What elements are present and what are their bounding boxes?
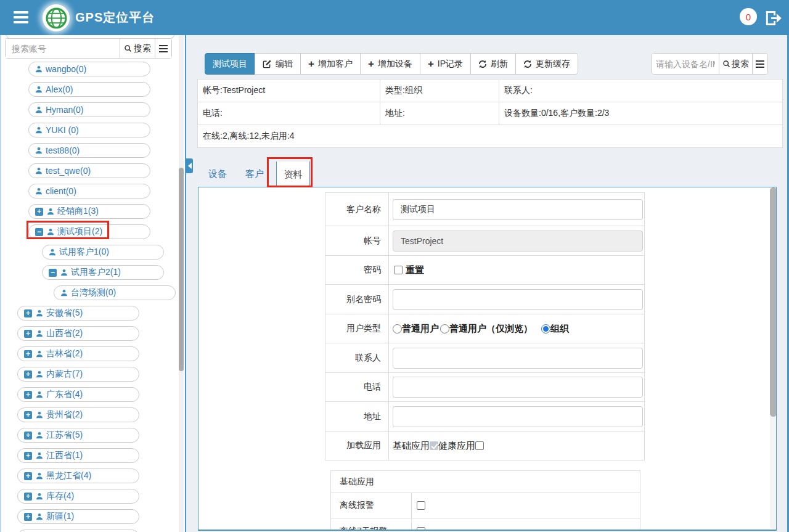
phone-input[interactable]	[393, 377, 643, 398]
panel-scrollbar-thumb[interactable]	[770, 187, 777, 417]
load-apps-checkbox-0[interactable]	[430, 441, 438, 450]
user-icon	[36, 350, 43, 358]
customer-name-input[interactable]	[393, 199, 643, 220]
expand-icon[interactable]: +	[24, 432, 32, 440]
tree-item-hyman[interactable]: Hyman(0)	[28, 102, 150, 117]
user-type-radio-0[interactable]	[393, 324, 402, 334]
collapse-icon[interactable]: −	[49, 269, 57, 277]
account-search-input[interactable]	[6, 39, 120, 58]
tree-item-shanxi[interactable]: +山西省(2)	[17, 326, 139, 341]
tree-item-taiwanchangce[interactable]: 台湾场测(0)	[54, 285, 176, 300]
account-search-menu-button[interactable]	[155, 39, 171, 58]
user-icon	[36, 309, 43, 317]
info-phone: 电话:	[198, 102, 380, 125]
address-input[interactable]	[393, 406, 643, 427]
tree-item-xinjiang[interactable]: +新疆(1)	[17, 509, 139, 524]
device-search-input[interactable]	[652, 54, 719, 74]
refresh-button[interactable]: 刷新	[470, 53, 516, 75]
basic-apps-row-offline-7day-alarm: 离线7天报警	[331, 518, 640, 531]
menu-toggle-icon[interactable]	[14, 11, 28, 23]
tree-item-alex[interactable]: Alex(0)	[28, 82, 150, 97]
tree-item-label: Hyman(0)	[46, 105, 83, 115]
expand-icon[interactable]: +	[24, 350, 32, 358]
expand-icon[interactable]: +	[24, 513, 32, 521]
tree-item-partial-bottom[interactable]	[17, 530, 139, 532]
tree-item-jiangsu[interactable]: +江苏省(5)	[17, 428, 139, 443]
tree-item-wangbo[interactable]: wangbo(0)	[28, 62, 150, 76]
contact-input[interactable]	[393, 348, 643, 369]
tree-item-yuki[interactable]: YUKI (0)	[28, 123, 150, 137]
logout-icon[interactable]	[765, 10, 783, 29]
expand-icon[interactable]: +	[24, 493, 32, 501]
app-label: 基础应用	[393, 440, 430, 452]
header: GPS定位平台 0	[0, 0, 789, 35]
ip-record-button[interactable]: +IP记录	[420, 53, 471, 75]
device-search-menu-button[interactable]	[752, 54, 767, 74]
tree-item-jilin[interactable]: +吉林省(2)	[17, 346, 139, 361]
field-label: 电话	[325, 373, 389, 401]
tree-item-shiyongkehu2[interactable]: −试用客户2(1)	[42, 265, 164, 280]
account-search-button[interactable]: 搜索	[120, 39, 155, 58]
edit-button[interactable]: 编辑	[255, 53, 301, 75]
password-checkbox[interactable]	[394, 266, 403, 274]
user-type-radio-1[interactable]	[440, 324, 449, 334]
field-label: 联系人	[325, 343, 389, 372]
user-icon	[35, 187, 43, 195]
tree-item-guizhou[interactable]: +贵州省(2)	[17, 407, 139, 422]
expand-icon[interactable]: +	[24, 370, 32, 379]
field-label: 用户类型	[325, 314, 389, 343]
tab-device[interactable]: 设备	[208, 168, 227, 180]
expand-icon[interactable]: +	[24, 472, 32, 480]
user-icon	[36, 391, 43, 398]
selected-account-button[interactable]: 测试项目	[205, 53, 255, 75]
tree-item-heilongjiang[interactable]: +黑龙江省(4)	[17, 469, 139, 483]
device-search-group: 搜索	[652, 53, 768, 75]
search-icon	[124, 44, 132, 52]
offline-alarm-checkbox[interactable]	[417, 501, 425, 510]
user-type-radio-2[interactable]	[541, 324, 550, 334]
tree-item-test88[interactable]: test88(0)	[28, 143, 150, 158]
user-icon	[36, 411, 43, 419]
annotation-box-tab	[267, 157, 313, 187]
alias-password-input[interactable]	[393, 289, 643, 310]
edit-icon	[263, 59, 272, 68]
expand-icon[interactable]: +	[24, 411, 32, 419]
plus-icon: +	[308, 59, 314, 69]
user-icon	[35, 65, 43, 73]
expand-icon[interactable]: +	[24, 452, 32, 460]
tree-item-shiyongkehu1[interactable]: 试用客户1(0)	[42, 245, 164, 260]
offline-7day-alarm-checkbox[interactable]	[417, 527, 425, 531]
account-input[interactable]	[393, 231, 643, 252]
tree-item-jiangxi[interactable]: +江西省(1)	[17, 448, 139, 463]
expand-icon[interactable]: +	[24, 330, 32, 338]
device-search-button[interactable]: 搜索	[719, 54, 752, 74]
sidebar-collapse-button[interactable]	[186, 158, 193, 173]
add-device-button[interactable]: +增加设备	[360, 53, 420, 75]
expand-icon[interactable]: +	[24, 309, 32, 317]
tree-item-test-qwe[interactable]: test_qwe(0)	[28, 163, 150, 178]
expand-icon[interactable]: +	[24, 391, 32, 399]
expand-icon[interactable]: +	[35, 208, 43, 216]
tree-item-label: 经销商1(3)	[57, 206, 99, 217]
sidebar-scrollbar-thumb[interactable]	[179, 168, 184, 371]
notification-badge[interactable]: 0	[740, 8, 757, 25]
search-button-label: 搜索	[134, 43, 151, 54]
tree-item-neimenggu[interactable]: +内蒙古(7)	[17, 367, 139, 382]
tree-item-guangdong[interactable]: +广东省(4)	[17, 387, 139, 402]
tree-item-kucun[interactable]: +库存(4)	[17, 489, 139, 504]
update-cache-button[interactable]: 更新缓存	[515, 53, 578, 75]
field-label: 别名密码	[325, 285, 389, 314]
field-label: 帐号	[325, 226, 389, 255]
tree-item-client[interactable]: client(0)	[28, 184, 150, 198]
tree-item-label: wangbo(0)	[46, 64, 86, 74]
tree-item-jingxiaoshang1[interactable]: +经销商1(3)	[28, 204, 150, 219]
collapse-arrow-icon	[188, 163, 192, 169]
tree-item-label: 江苏省(5)	[46, 430, 83, 441]
tree-item-anhui[interactable]: +安徽省(5)	[17, 306, 139, 321]
app-label: 健康应用	[438, 440, 475, 452]
info-row: 帐号:TestProject 类型:组织 联系人:	[198, 80, 783, 102]
tree-item-label: 试用客户2(1)	[71, 267, 121, 278]
tab-customer[interactable]: 客户	[245, 168, 264, 180]
load-apps-checkbox-1[interactable]	[475, 441, 484, 450]
add-customer-button[interactable]: +增加客户	[300, 53, 361, 75]
